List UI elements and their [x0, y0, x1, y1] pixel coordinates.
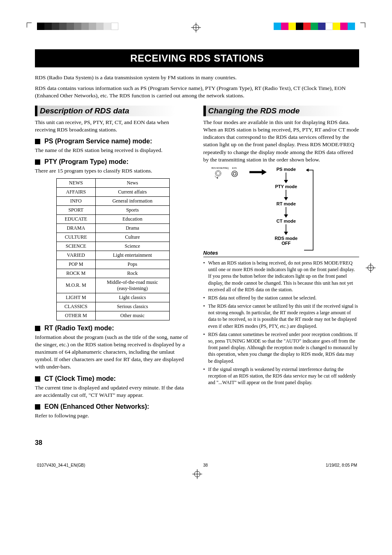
rt-mode-heading-text: RT (Radio Text) mode: [44, 325, 114, 332]
ct-mode-heading-text: CT (Clock Time) mode: [44, 375, 116, 382]
down-arrow-icon [284, 190, 288, 200]
list-item: If the signal strength is weakened by ex… [203, 366, 360, 386]
svg-marker-21 [284, 232, 288, 235]
list-item: RDS data cannot sometimes be received un… [203, 331, 360, 364]
list-item: RDS data not offered by the station cann… [203, 295, 360, 301]
ps-mode-body: The name of the RDS station being receiv… [35, 147, 191, 154]
flow-mode-label: CT mode [277, 219, 296, 223]
notes-list: When an RDS station is being received, d… [203, 260, 360, 386]
pty-code-cell: SCIENCE [56, 242, 95, 251]
table-row: SPORTSports [56, 205, 169, 214]
pty-code-cell: AFFAIRS [56, 187, 95, 196]
table-row: NEWSNews [56, 178, 169, 187]
svg-marker-12 [262, 169, 267, 175]
pty-code-cell: ROCK M [56, 269, 95, 278]
mode-flow-diagram: RDS MODE/FREQ EON PS modeP [203, 167, 360, 246]
pty-code-cell: DRAMA [56, 223, 95, 233]
table-row: CULTURECulture [56, 233, 169, 242]
pty-desc-cell: Pops [95, 260, 169, 269]
ps-mode-heading-text: PS (Program Service name) mode: [44, 138, 152, 145]
svg-marker-8 [217, 177, 218, 179]
pty-mode-heading: PTY (Program Type) mode: [35, 158, 191, 166]
eon-body: Refer to following page. [35, 412, 191, 419]
svg-point-10 [233, 172, 236, 175]
pty-desc-cell: Education [95, 214, 169, 223]
square-bullet-icon [35, 159, 40, 165]
table-row: CLASSICSSerious classics [56, 302, 169, 311]
intro-paragraph-1: RDS (Radio Data System) is a data transm… [35, 74, 359, 81]
table-row: DRAMADrama [56, 223, 169, 233]
pty-desc-cell: Middle-of-the-road music(easy-listening) [95, 278, 169, 293]
svg-point-7 [216, 171, 220, 175]
pty-code-cell: NEWS [56, 178, 95, 187]
pty-mode-heading-text: PTY (Program Type) mode: [44, 158, 129, 166]
pty-code-cell: M.O.R. M [56, 278, 95, 293]
pty-desc-cell: Light entertainment [95, 251, 169, 260]
pty-mode-body: There are 15 program types to classify R… [35, 167, 191, 175]
table-row: M.O.R. MMiddle-of-the-road music(easy-li… [56, 278, 169, 293]
pty-desc-cell: News [95, 178, 169, 187]
section-changing-mode-heading: Changing the RDS mode [203, 106, 360, 116]
eon-heading-text: EON (Enhanced Other Networks): [44, 403, 149, 410]
pty-table: NEWSNewsAFFAIRSCurrent affairsINFOGenera… [56, 178, 170, 320]
pty-code-cell: CLASSICS [56, 302, 95, 311]
square-bullet-icon [35, 326, 40, 331]
flow-mode-label: RT mode [277, 201, 296, 206]
table-row: AFFAIRSCurrent affairs [56, 187, 169, 196]
page-title-banner: RECEIVING RDS STATIONS [35, 49, 359, 67]
down-arrow-icon [284, 207, 288, 218]
table-row: EDUCATEEducation [56, 214, 169, 223]
ct-mode-body: The current time is displayed and update… [35, 384, 191, 399]
flow-mode-label: RDS modeOFF [275, 236, 298, 246]
section-description-heading: Description of RDS data [35, 106, 191, 116]
pty-code-cell: POP M [56, 260, 95, 269]
pty-desc-cell: Current affairs [95, 187, 169, 196]
pty-code-cell: INFO [56, 196, 95, 205]
square-bullet-icon [35, 376, 40, 382]
footer-page: 38 [203, 463, 208, 467]
ct-mode-heading: CT (Clock Time) mode: [35, 375, 191, 382]
pty-desc-cell: General information [95, 196, 169, 205]
intro-paragraph-2: RDS data contains various information su… [35, 85, 359, 99]
table-row: ROCK MRock [56, 269, 169, 278]
down-arrow-icon [284, 224, 288, 235]
flow-mode-label: PTY mode [275, 184, 297, 189]
pty-code-cell: LIGHT M [56, 293, 95, 302]
pty-code-cell: SPORT [56, 205, 95, 214]
pty-desc-cell: Other music [95, 311, 169, 320]
svg-marker-15 [284, 180, 288, 183]
eon-button-icon: EON [228, 167, 241, 177]
table-row: LIGHT MLight classics [56, 293, 169, 302]
flow-arrow-right-icon [249, 169, 267, 177]
rds-mode-freq-label: RDS MODE/FREQ [212, 167, 225, 169]
pty-desc-cell: Rock [95, 269, 169, 278]
loop-back-arrow-icon [303, 168, 315, 254]
footer-registration-mark [35, 469, 359, 481]
list-item: The RDS data service cannot be utilized … [203, 303, 360, 329]
table-row: SCIENCEScience [56, 242, 169, 251]
pty-code-cell: VARIED [56, 251, 95, 260]
footer-timestamp: 1/19/02, 8:05 PM [326, 463, 357, 467]
pty-desc-cell: Culture [95, 233, 169, 242]
flow-mode-label: PS mode [277, 167, 296, 172]
table-row: INFOGeneral information [56, 196, 169, 205]
page-number: 38 [35, 439, 359, 447]
pty-desc-cell: Serious classics [95, 302, 169, 311]
pty-desc-cell: Sports [95, 205, 169, 214]
table-row: POP MPops [56, 260, 169, 269]
svg-marker-19 [284, 214, 288, 218]
table-row: OTHER MOther music [56, 311, 169, 320]
pty-desc-cell: Science [95, 242, 169, 251]
pty-desc-cell: Drama [95, 223, 169, 233]
svg-marker-13 [306, 168, 309, 172]
svg-point-9 [232, 171, 238, 177]
down-arrow-icon [284, 173, 288, 183]
footer: 0107V430_34-41_EN(GB) 38 1/19/02, 8:05 P… [35, 463, 359, 467]
notes-heading: Notes [203, 250, 360, 257]
changing-mode-body: The four modes are available in this uni… [203, 119, 360, 164]
footer-filename: 0107V430_34-41_EN(GB) [37, 463, 85, 467]
description-body: This unit can receive, PS, PTY, RT, CT, … [35, 119, 191, 134]
eon-button-label: EON [228, 167, 241, 169]
pty-code-cell: OTHER M [56, 311, 95, 320]
svg-marker-17 [284, 197, 288, 200]
